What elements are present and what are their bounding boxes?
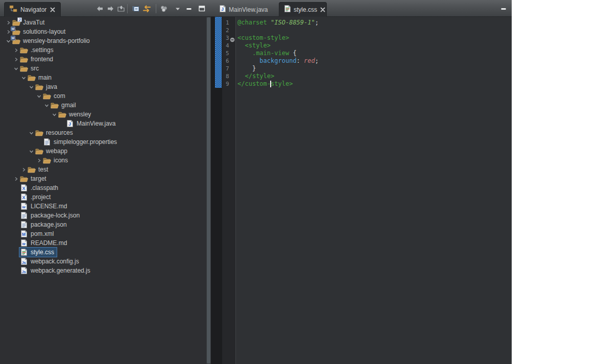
- fold-collapse-icon[interactable]: [230, 35, 235, 40]
- tree-item-label: test: [38, 166, 48, 173]
- tree-item-package-json[interactable]: package.json: [0, 220, 206, 229]
- chevron-right-icon[interactable]: [13, 45, 19, 55]
- tree-item-style-css[interactable]: style.css: [0, 248, 206, 257]
- minimize-icon[interactable]: [184, 4, 194, 14]
- svg-text:J: J: [68, 122, 71, 127]
- maximize-icon[interactable]: [197, 4, 207, 14]
- tree-item-webapp[interactable]: webapp: [0, 147, 206, 156]
- navigator-tree[interactable]: JJavaTutMsolutions-layoutMwensley-brands…: [0, 17, 206, 364]
- editor-tab-mainview-java[interactable]: JMainView.java: [214, 2, 272, 17]
- tree-item-com[interactable]: com: [0, 91, 206, 101]
- folder-icon: [27, 165, 36, 174]
- chevron-right-icon[interactable]: [5, 18, 12, 27]
- code-token: ;: [315, 19, 319, 26]
- navigator-scrollbar[interactable]: [206, 17, 211, 364]
- tree-item-webpack-config-js[interactable]: Jswebpack.config.js: [0, 257, 206, 266]
- chevron-spacer: [13, 220, 19, 229]
- tree-item-label: .project: [31, 193, 51, 201]
- js-file-icon: Js: [19, 266, 29, 275]
- project-maven-icon: M: [12, 36, 21, 45]
- tree-item-solutions-layout[interactable]: Msolutions-layout: [0, 27, 206, 36]
- tree-item--project[interactable]: X.project: [0, 192, 206, 202]
- chevron-spacer: [13, 192, 19, 202]
- chevron-down-icon[interactable]: [28, 128, 35, 137]
- line-number: 9: [222, 80, 235, 88]
- chevron-spacer: [13, 257, 19, 266]
- folder-icon: [35, 128, 44, 137]
- tree-item-javatut[interactable]: JJavaTut: [0, 18, 206, 27]
- chevron-down-icon[interactable]: [36, 91, 42, 101]
- tree-item-gmail[interactable]: gmail: [0, 101, 206, 110]
- editor-header: JMainView.javastyle.css: [211, 0, 512, 17]
- tree-item-readme-md[interactable]: wREADME.md: [0, 238, 206, 248]
- tree-item-label: main: [38, 74, 52, 81]
- tree-item-webpack-generated-js[interactable]: Jswebpack.generated.js: [0, 266, 206, 275]
- tree-item-wensley[interactable]: wensley: [0, 110, 206, 119]
- chevron-right-icon[interactable]: [13, 55, 19, 64]
- navigator-scrollbar-thumb[interactable]: [207, 17, 210, 363]
- view-menu-icon[interactable]: [173, 4, 183, 14]
- tree-item-license-md[interactable]: wLICENSE.md: [0, 202, 206, 211]
- up-icon[interactable]: [116, 4, 126, 14]
- tree-item-label: wensley-brands-portfolio: [23, 37, 90, 44]
- tree-item--settings[interactable]: .settings: [0, 45, 206, 55]
- tree-item-target[interactable]: target: [0, 174, 206, 183]
- editor-tab-style-css[interactable]: style.css: [279, 2, 327, 17]
- js-file-icon: Js: [19, 257, 29, 266]
- tree-item-main[interactable]: main: [0, 73, 206, 82]
- chevron-down-icon[interactable]: [20, 73, 27, 82]
- folder-icon: [19, 45, 29, 55]
- code-line-9: </custom-style>: [237, 80, 512, 88]
- tree-item-label: MainView.java: [77, 120, 116, 127]
- tree-item--classpath[interactable]: X.classpath: [0, 183, 206, 192]
- java-badge: J: [17, 17, 22, 22]
- tree-item-simplelogger-properties[interactable]: simplelogger.properties: [0, 137, 206, 147]
- chevron-down-icon[interactable]: [43, 101, 50, 110]
- code-token: "ISO-8859-1": [271, 19, 315, 26]
- project-maven-icon: M: [12, 27, 21, 36]
- chevron-right-icon[interactable]: [36, 156, 42, 165]
- chevron-down-icon[interactable]: [28, 147, 35, 156]
- link-with-editor-icon[interactable]: [141, 4, 152, 14]
- tab-close-icon[interactable]: [320, 7, 325, 13]
- chevron-down-icon[interactable]: [28, 82, 35, 91]
- md-file-icon: w: [19, 202, 29, 211]
- navigator-view-tab[interactable]: Navigator: [4, 2, 61, 17]
- line-number: 4: [222, 42, 235, 50]
- tree-item-icons[interactable]: icons: [0, 156, 206, 165]
- tree-item-wensley-brands-portfolio[interactable]: Mwensley-brands-portfolio: [0, 36, 206, 45]
- tree-item-resources[interactable]: resources: [0, 128, 206, 137]
- folder-icon: [58, 110, 67, 119]
- css-file-icon: [19, 248, 29, 257]
- folder-icon: [35, 147, 44, 156]
- forward-icon[interactable]: [105, 4, 115, 14]
- css-file-icon: [284, 5, 291, 14]
- editor-minimize-icon[interactable]: [498, 4, 509, 14]
- focus-icon[interactable]: [159, 4, 169, 14]
- tree-item-src[interactable]: src: [0, 64, 206, 73]
- navigator-tab-close-icon[interactable]: [50, 7, 56, 13]
- text-file-icon: [19, 220, 29, 229]
- chevron-right-icon[interactable]: [13, 174, 19, 183]
- text-file-icon: [19, 211, 29, 220]
- code-token: ;: [315, 57, 319, 64]
- collapse-all-icon[interactable]: [131, 4, 141, 14]
- tree-item-label: JavaTut: [23, 19, 44, 26]
- back-icon[interactable]: [94, 4, 105, 14]
- chevron-spacer: [13, 266, 19, 275]
- tree-item-frontend[interactable]: frontend: [0, 55, 206, 64]
- tree-item-java[interactable]: java: [0, 82, 206, 91]
- chevron-spacer: [13, 202, 19, 211]
- line-number: 8: [222, 72, 235, 80]
- code-editor-area[interactable]: @charset "ISO-8859-1";<custom-style> <st…: [236, 17, 512, 364]
- chevron-right-icon[interactable]: [20, 165, 27, 174]
- chevron-down-icon[interactable]: [51, 110, 58, 119]
- folder-icon: [50, 101, 59, 110]
- tree-item-pom-xml[interactable]: Mpom.xml: [0, 229, 206, 238]
- tree-item-mainview-java[interactable]: JMainView.java: [0, 119, 206, 128]
- project-java-icon: J: [12, 18, 21, 27]
- chevron-down-icon[interactable]: [13, 64, 19, 73]
- tree-item-test[interactable]: test: [0, 165, 206, 174]
- tree-item-package-lock-json[interactable]: package-lock.json: [0, 211, 206, 220]
- tree-item-label: webpack.config.js: [31, 258, 79, 265]
